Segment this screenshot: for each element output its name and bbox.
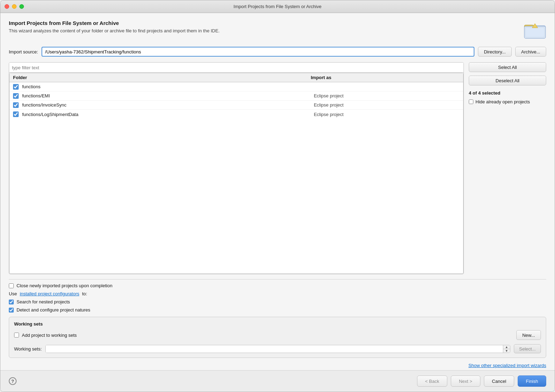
hide-row: Hide already open projects (469, 99, 546, 104)
row-checkbox-2[interactable] (13, 93, 19, 99)
configurators-link[interactable]: installed project configurators (20, 291, 79, 296)
directory-button[interactable]: Directory... (478, 47, 512, 57)
working-sets-title: Working sets (14, 321, 541, 327)
main-area: Folder Import as functions function (9, 62, 546, 274)
add-working-sets-checkbox[interactable] (14, 333, 19, 338)
select-all-button[interactable]: Select All (469, 62, 546, 72)
cancel-button[interactable]: Cancel (484, 375, 514, 387)
bottom-bar: ? < Back Next > Cancel Finish (0, 370, 555, 392)
folder-icon (524, 20, 546, 40)
search-nested-row: Search for nested projects (9, 299, 546, 304)
divider (9, 279, 546, 279)
row-folder-3: functions/InvoiceSync (22, 102, 314, 108)
row-folder-4: functions/LogShipmentData (22, 112, 314, 117)
use-configurators-row: Use installed project configurators to: (9, 291, 546, 296)
header-section: Import Projects from File System or Arch… (9, 20, 546, 40)
col-folder-header: Folder (13, 75, 311, 80)
working-sets-section: Working sets Add project to working sets… (9, 317, 546, 358)
row-checkbox-1[interactable] (13, 84, 19, 90)
window-title: Import Projects from File System or Arch… (234, 4, 322, 9)
search-nested-label: Search for nested projects (17, 299, 70, 304)
detect-natures-label: Detect and configure project natures (17, 307, 90, 313)
finish-button[interactable]: Finish (518, 375, 546, 387)
filter-input[interactable] (9, 63, 463, 72)
page-description: This wizard analyzes the content of your… (9, 28, 220, 33)
show-wizards-link-container: Show other specialized import wizards (9, 363, 546, 368)
back-button[interactable]: < Back (417, 375, 447, 387)
hide-label: Hide already open projects (475, 99, 530, 104)
show-wizards-link[interactable]: Show other specialized import wizards (468, 363, 546, 368)
right-panel: Select All Deselect All 4 of 4 selected … (469, 62, 546, 274)
use-label: Use (9, 291, 17, 296)
hide-checkbox[interactable] (469, 99, 473, 104)
spinner-arrows: ▲ ▼ (503, 345, 510, 353)
svg-rect-4 (526, 28, 544, 37)
add-working-sets-row: Add project to working sets New... (14, 330, 541, 340)
table-header: Folder Import as (10, 73, 463, 82)
maximize-button[interactable] (19, 4, 24, 9)
close-imported-row: Close newly imported projects upon compl… (9, 283, 546, 288)
table-row: functions/EMI Eclipse project (10, 91, 463, 101)
working-sets-input[interactable] (46, 345, 503, 353)
row-folder-2: functions/EMI (22, 93, 314, 98)
selected-count: 4 of 4 selected (469, 90, 546, 96)
import-source-row: Import source: Directory... Archive... (9, 47, 546, 57)
next-button[interactable]: Next > (451, 375, 480, 387)
add-working-sets-check-row: Add project to working sets (14, 333, 77, 338)
table-row: functions (10, 82, 463, 91)
filter-table-wrapper: Folder Import as functions function (9, 62, 464, 274)
archive-button[interactable]: Archive... (515, 47, 546, 57)
close-imported-checkbox[interactable] (9, 283, 14, 288)
search-nested-checkbox[interactable] (9, 300, 14, 304)
new-working-set-button[interactable]: New... (516, 330, 541, 340)
select-working-set-button[interactable]: Select... (514, 344, 541, 353)
working-sets-spinner-input[interactable]: ▲ ▼ (45, 345, 511, 353)
row-import-2: Eclipse project (314, 93, 460, 98)
import-source-input[interactable] (42, 47, 474, 57)
table-row: functions/LogShipmentData Eclipse projec… (10, 110, 463, 119)
to-label: to: (82, 291, 87, 296)
col-import-header: Import as (311, 75, 460, 80)
bottom-buttons: < Back Next > Cancel Finish (417, 375, 546, 387)
working-sets-select-row: Working sets: ▲ ▼ Select... (14, 344, 541, 353)
arrow-down-icon[interactable]: ▼ (503, 349, 510, 353)
minimize-button[interactable] (12, 4, 17, 9)
deselect-all-button[interactable]: Deselect All (469, 76, 546, 85)
page-title: Import Projects from File System or Arch… (9, 20, 220, 26)
row-import-3: Eclipse project (314, 102, 460, 108)
row-checkbox-3[interactable] (13, 102, 19, 108)
help-icon[interactable]: ? (9, 377, 17, 385)
row-folder-1: functions (22, 84, 314, 89)
window-controls (5, 4, 24, 9)
folder-table: Folder Import as functions function (9, 73, 463, 274)
table-row: functions/InvoiceSync Eclipse project (10, 101, 463, 110)
working-sets-label: Working sets: (14, 346, 42, 352)
titlebar: Import Projects from File System or Arch… (0, 0, 555, 13)
arrow-up-icon[interactable]: ▲ (503, 345, 510, 349)
add-working-sets-label: Add project to working sets (22, 333, 77, 338)
left-panel: Folder Import as functions function (9, 62, 464, 274)
detect-natures-checkbox[interactable] (9, 308, 14, 313)
row-checkbox-4[interactable] (13, 111, 19, 117)
close-imported-label: Close newly imported projects upon compl… (17, 283, 112, 288)
import-source-label: Import source: (9, 49, 38, 54)
filter-input-wrap (9, 63, 463, 73)
close-button[interactable] (5, 4, 9, 9)
options-section: Close newly imported projects upon compl… (9, 283, 546, 313)
row-import-4: Eclipse project (314, 112, 460, 117)
detect-natures-row: Detect and configure project natures (9, 307, 546, 313)
header-text: Import Projects from File System or Arch… (9, 20, 220, 33)
